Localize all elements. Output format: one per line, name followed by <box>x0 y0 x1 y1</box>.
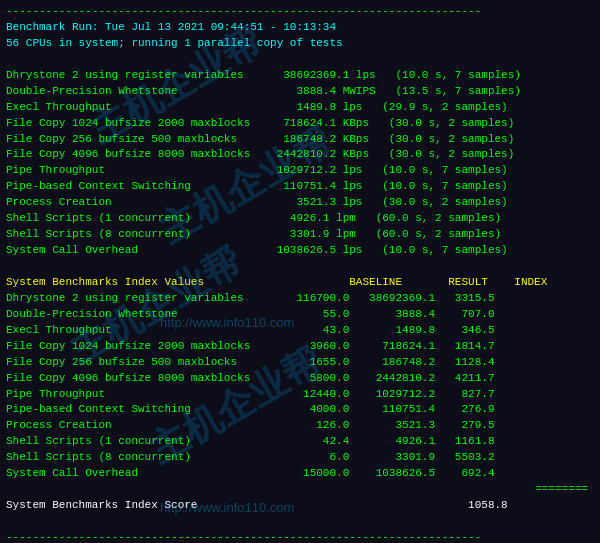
index-row-6: File Copy 4096 bufsize 8000 maxblocks 58… <box>6 371 594 387</box>
bench-row-6: File Copy 4096 bufsize 8000 maxblocks 24… <box>6 147 594 163</box>
index-row-1: Dhrystone 2 using register variables 116… <box>6 291 594 307</box>
index-row-2: Double-Precision Whetstone 55.0 3888.4 7… <box>6 307 594 323</box>
top-divider: ----------------------------------------… <box>6 4 594 20</box>
bench-row-2: Double-Precision Whetstone 3888.4 MWIPS … <box>6 84 594 100</box>
blank-line-1 <box>6 52 594 68</box>
bench-row-1: Dhrystone 2 using register variables 386… <box>6 68 594 84</box>
blank-line-2 <box>6 259 594 275</box>
bench-row-12: System Call Overhead 1038626.5 lps (10.0… <box>6 243 594 259</box>
bench-row-11: Shell Scripts (8 concurrent) 3301.9 lpm … <box>6 227 594 243</box>
index-table-header: System Benchmarks Index Values BASELINE … <box>6 275 594 291</box>
index-row-12: System Call Overhead 15000.0 1038626.5 6… <box>6 466 594 482</box>
run-header-1: Benchmark Run: Tue Jul 13 2021 09:44:51 … <box>6 20 594 36</box>
index-row-3: Execl Throughput 43.0 1489.8 346.5 <box>6 323 594 339</box>
score-line: System Benchmarks Index Score 1058.8 <box>6 498 594 514</box>
equals-line: ======== <box>6 482 594 498</box>
index-row-11: Shell Scripts (8 concurrent) 6.0 3301.9 … <box>6 450 594 466</box>
blank-line-3 <box>6 514 594 530</box>
bench-row-10: Shell Scripts (1 concurrent) 4926.1 lpm … <box>6 211 594 227</box>
index-row-4: File Copy 1024 bufsize 2000 maxblocks 39… <box>6 339 594 355</box>
index-row-8: Pipe-based Context Switching 4000.0 1107… <box>6 402 594 418</box>
index-row-7: Pipe Throughput 12440.0 1029712.2 827.7 <box>6 387 594 403</box>
bench-row-7: Pipe Throughput 1029712.2 lps (10.0 s, 7… <box>6 163 594 179</box>
bench-row-9: Process Creation 3521.3 lps (30.0 s, 2 s… <box>6 195 594 211</box>
bench-row-3: Execl Throughput 1489.8 lps (29.9 s, 2 s… <box>6 100 594 116</box>
index-row-10: Shell Scripts (1 concurrent) 42.4 4926.1… <box>6 434 594 450</box>
index-row-5: File Copy 256 bufsize 500 maxblocks 1655… <box>6 355 594 371</box>
bench-row-8: Pipe-based Context Switching 110751.4 lp… <box>6 179 594 195</box>
run-header-2: 56 CPUs in system; running 1 parallel co… <box>6 36 594 52</box>
index-row-9: Process Creation 126.0 3521.3 279.5 <box>6 418 594 434</box>
terminal-window: 主机企业帮 主机企业帮 主机企业帮 主机企业帮 http://www.info1… <box>0 0 600 543</box>
bench-row-4: File Copy 1024 bufsize 2000 maxblocks 71… <box>6 116 594 132</box>
bench-row-5: File Copy 256 bufsize 500 maxblocks 1867… <box>6 132 594 148</box>
bottom-divider: ----------------------------------------… <box>6 530 594 543</box>
